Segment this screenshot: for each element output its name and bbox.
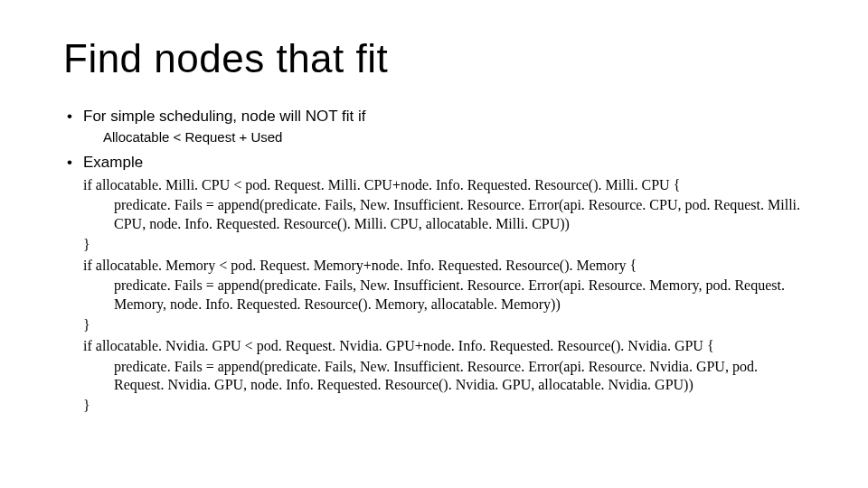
sub-bullet-allocatable: Allocatable < Request + Used [83,129,805,145]
code-example: if allocatable. Milli. CPU < pod. Reques… [63,176,805,417]
bullet-simple-scheduling: For simple scheduling, node will NOT fit… [63,107,805,126]
bullet-text: Example [83,154,143,171]
bullet-example: Example [63,153,805,172]
code-line: if allocatable. Milli. CPU < pod. Reques… [63,176,805,195]
code-line: predicate. Fails = append(predicate. Fai… [63,358,805,396]
code-line: predicate. Fails = append(predicate. Fai… [63,196,805,234]
slide-title: Find nodes that fit [63,36,805,81]
code-line: predicate. Fails = append(predicate. Fai… [63,277,805,314]
slide: Find nodes that fit For simple schedulin… [0,0,868,488]
code-line: } [63,397,805,416]
code-line: if allocatable. Memory < pod. Request. M… [63,257,805,276]
bullet-list: For simple scheduling, node will NOT fit… [63,107,805,126]
code-line: if allocatable. Nvidia. GPU < pod. Reque… [63,337,805,356]
bullet-text: For simple scheduling, node will NOT fit… [83,108,365,125]
code-line: } [63,236,805,255]
bullet-list-2: Example [63,153,805,172]
code-line: } [63,316,805,335]
